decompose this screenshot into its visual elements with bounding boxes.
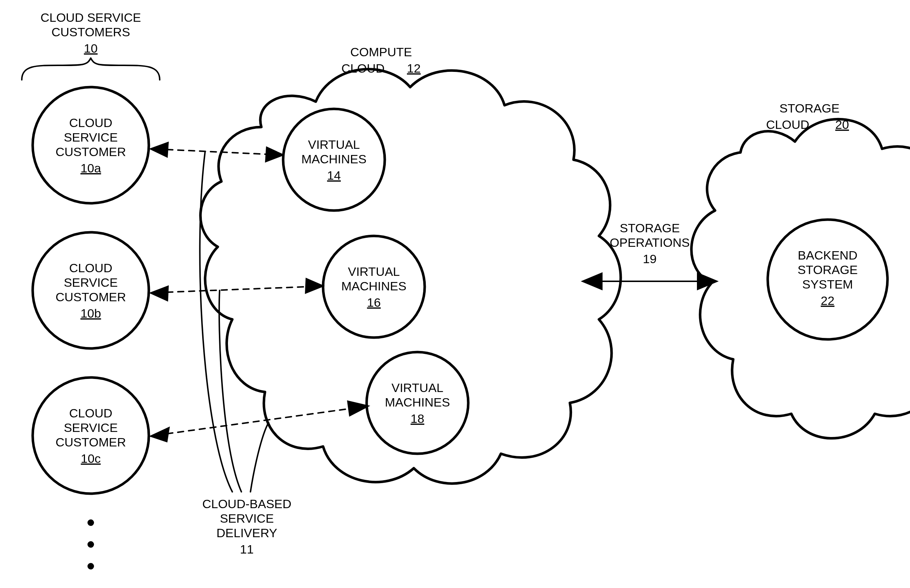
svg-text:VIRTUAL: VIRTUAL <box>348 265 400 278</box>
svg-point-17 <box>87 563 94 570</box>
svg-point-16 <box>87 541 94 548</box>
svg-text:MACHINES: MACHINES <box>341 279 406 293</box>
svg-text:SERVICE: SERVICE <box>64 130 118 144</box>
svg-marker-46 <box>305 278 325 294</box>
svg-text:OPERATIONS: OPERATIONS <box>610 236 690 249</box>
svg-text:SYSTEM: SYSTEM <box>802 277 853 291</box>
svg-text:CUSTOMER: CUSTOMER <box>55 435 126 449</box>
svg-text:DELIVERY: DELIVERY <box>217 526 277 540</box>
svg-text:16: 16 <box>367 296 381 309</box>
svg-marker-55 <box>581 272 603 290</box>
svg-text:MACHINES: MACHINES <box>301 152 366 166</box>
vm-16: VIRTUAL MACHINES 16 <box>323 236 425 338</box>
customer-10a: CLOUD SERVICE CUSTOMER 10a <box>33 87 149 203</box>
arrow-10a-14 <box>149 142 285 163</box>
svg-text:SERVICE: SERVICE <box>220 511 274 525</box>
svg-text:COMPUTE: COMPUTE <box>350 45 412 59</box>
ellipsis-icon <box>87 519 94 570</box>
svg-text:VIRTUAL: VIRTUAL <box>392 381 444 394</box>
svg-text:STORAGE: STORAGE <box>797 263 858 276</box>
svg-text:STORAGE: STORAGE <box>620 221 680 235</box>
svg-text:VIRTUAL: VIRTUAL <box>308 137 360 151</box>
svg-text:MACHINES: MACHINES <box>385 395 450 409</box>
svg-text:CUSTOMER: CUSTOMER <box>55 145 126 158</box>
header-line2: CUSTOMERS <box>52 25 130 39</box>
svg-text:SERVICE: SERVICE <box>64 276 118 289</box>
svg-text:SERVICE: SERVICE <box>64 421 118 435</box>
svg-marker-48 <box>149 426 170 443</box>
svg-text:22: 22 <box>821 294 834 307</box>
svg-text:10c: 10c <box>81 452 101 465</box>
svg-text:11: 11 <box>240 542 254 556</box>
svg-text:10b: 10b <box>81 306 101 320</box>
svg-text:CLOUD: CLOUD <box>766 118 809 131</box>
svg-line-47 <box>167 408 352 434</box>
customer-10c: CLOUD SERVICE CUSTOMER 10c <box>33 378 149 494</box>
customers-header: CLOUD SERVICE CUSTOMERS 10 <box>22 11 160 80</box>
svg-text:10a: 10a <box>81 161 101 175</box>
svg-text:CLOUD-BASED: CLOUD-BASED <box>202 497 291 511</box>
svg-point-15 <box>87 519 94 526</box>
svg-text:CLOUD: CLOUD <box>341 61 385 75</box>
arrow-10c-18 <box>149 401 370 443</box>
svg-text:18: 18 <box>411 412 424 425</box>
svg-text:CLOUD: CLOUD <box>69 116 112 129</box>
svg-text:20: 20 <box>835 118 849 131</box>
svg-text:STORAGE: STORAGE <box>779 101 840 115</box>
cloud-architecture-diagram: CLOUD SERVICE CUSTOMERS 10 CLOUD SERVICE… <box>0 0 910 588</box>
delivery-label: CLOUD-BASED SERVICE DELIVERY 11 <box>202 497 291 556</box>
customer-10b: CLOUD SERVICE CUSTOMER 10b <box>33 232 149 349</box>
svg-text:CUSTOMER: CUSTOMER <box>55 290 126 304</box>
header-ref: 10 <box>84 41 98 55</box>
svg-marker-45 <box>149 285 169 302</box>
vm-18: VIRTUAL MACHINES 18 <box>367 352 468 454</box>
svg-line-44 <box>167 287 307 292</box>
svg-marker-42 <box>149 142 169 158</box>
svg-text:14: 14 <box>327 168 341 182</box>
header-line1: CLOUD SERVICE <box>40 11 141 24</box>
svg-text:CLOUD: CLOUD <box>69 261 112 275</box>
svg-text:12: 12 <box>407 61 421 75</box>
svg-line-41 <box>167 150 267 154</box>
arrow-10b-16 <box>149 278 325 302</box>
brace-icon <box>22 58 160 80</box>
backend-22: BACKEND STORAGE SYSTEM 22 <box>768 220 887 339</box>
svg-text:19: 19 <box>643 252 657 266</box>
svg-text:CLOUD: CLOUD <box>69 406 112 420</box>
svg-text:BACKEND: BACKEND <box>798 248 857 262</box>
delivery-leaders <box>200 152 268 492</box>
vm-14: VIRTUAL MACHINES 14 <box>283 109 385 210</box>
